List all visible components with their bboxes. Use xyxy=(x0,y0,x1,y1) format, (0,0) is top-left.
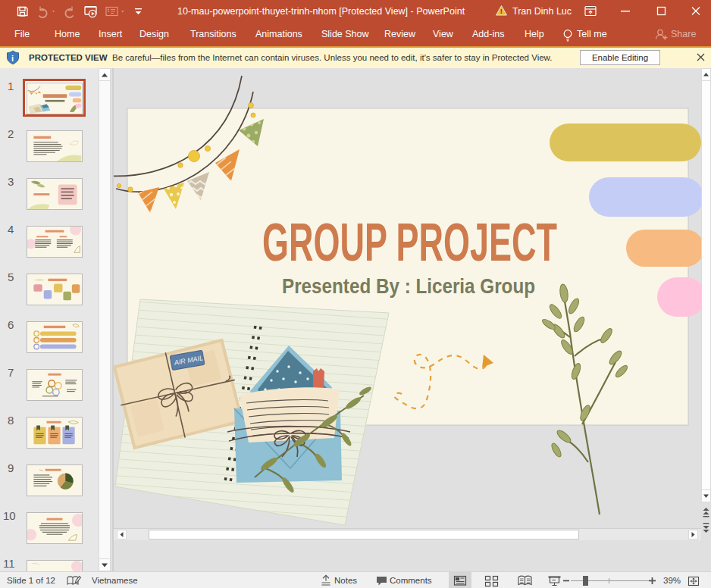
svg-text:10-mau-powerpoint-thuyet-trinh: 10-mau-powerpoint-thuyet-trinh-nhom [Pro… xyxy=(177,6,465,17)
svg-text:Presented By : Liceria Group: Presented By : Liceria Group xyxy=(282,274,535,298)
svg-text:Tran Dinh Luc: Tran Dinh Luc xyxy=(512,6,572,17)
svg-text:GROUP PROJECT: GROUP PROJECT xyxy=(262,213,557,272)
svg-text:!: ! xyxy=(500,8,503,15)
svg-text:i: i xyxy=(11,54,14,63)
